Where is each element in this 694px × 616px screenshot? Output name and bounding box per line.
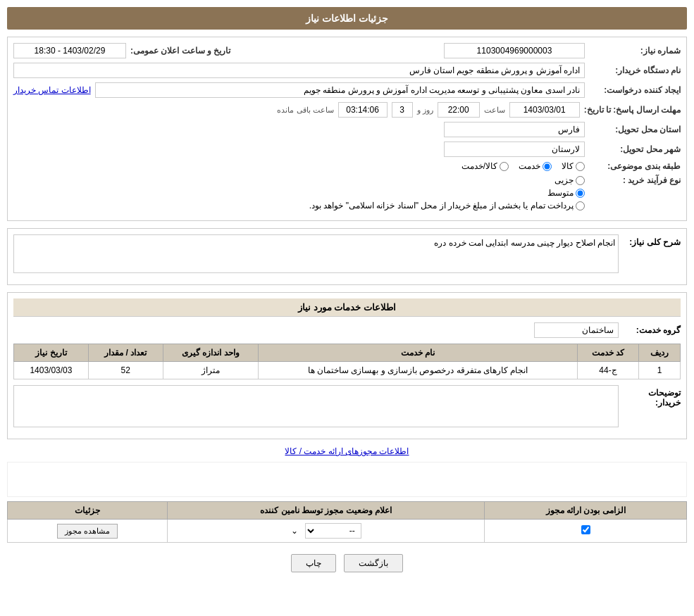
license-link[interactable]: اطلاعات مجوزهای ارائه خدمت / کالا: [7, 446, 687, 456]
announce-date-value: 1403/02/29 - 18:30: [13, 43, 126, 58]
page-title: جزئیات اطلاعات نیاز: [7, 7, 687, 30]
category-label-khedmat: خدمت: [519, 161, 540, 171]
services-table: ردیف کد خدمت نام خدمت واحد اندازه گیری ت…: [13, 344, 681, 379]
group-label: گروه خدمت:: [624, 325, 681, 335]
cell-name: انجام کارهای متفرقه درخصوص بازسازی و بهس…: [259, 362, 578, 379]
cell-unit: متراژ: [163, 362, 259, 379]
buyer-notes-label: توضیحات خریدار:: [624, 385, 681, 427]
category-label: طبقه بندی موضوعی:: [589, 161, 681, 171]
need-number-label: شماره نیاز:: [589, 46, 681, 56]
category-label-kala-khedmat: کالا/خدمت: [461, 161, 497, 171]
cell-details: مشاهده مجوز: [8, 520, 168, 543]
button-container: بازگشت چاپ: [7, 554, 687, 572]
purchase-type-mutawaset: متوسط: [309, 188, 585, 198]
back-button[interactable]: بازگشت: [344, 554, 403, 572]
purchase-type-esnad: پرداخت تمام یا بخشی از مبلغ خریدار از مح…: [309, 201, 585, 210]
col-unit: واحد اندازه گیری: [163, 344, 259, 362]
col-quantity: تعداد / مقدار: [88, 344, 163, 362]
city-value: لارستان: [444, 142, 585, 157]
category-radio-group: کالا خدمت کالا/خدمت: [461, 161, 585, 171]
description-label: شرح کلی نیاز:: [624, 234, 681, 273]
cell-status: -- ⌄: [168, 520, 485, 543]
need-number-row: شماره نیاز: 1103004969000003 تاریخ و ساع…: [13, 43, 681, 58]
province-label: استان محل تحویل:: [589, 125, 681, 134]
table-row: 1 ج-44 انجام کارهای متفرقه درخصوص بازساز…: [14, 362, 681, 379]
col-name: نام خدمت: [259, 344, 578, 362]
page-title-text: جزئیات اطلاعات نیاز: [306, 13, 388, 24]
creator-label: ایجاد کننده درخواست:: [589, 85, 681, 95]
buyer-notes-row: توضیحات خریدار:: [13, 385, 681, 427]
table-row: -- ⌄ مشاهده مجوز: [8, 520, 687, 543]
purchase-type-options: جزیی متوسط پرداخت تمام یا بخشی از مبلغ خ…: [309, 175, 585, 210]
category-row: طبقه بندی موضوعی: کالا خدمت کالا/خدمت: [13, 161, 681, 171]
required-checkbox[interactable]: [581, 525, 590, 534]
category-option-khedmat: خدمت: [519, 161, 552, 171]
response-days-label: روز و: [417, 106, 433, 115]
purchase-radio-mutawaset[interactable]: [576, 189, 585, 198]
group-row: گروه خدمت: ساختمان: [13, 322, 681, 338]
col-row: ردیف: [638, 344, 680, 362]
city-row: شهر محل تحویل: لارستان: [13, 142, 681, 157]
category-radio-kala-khedmat[interactable]: [500, 162, 509, 171]
col-details: جزئیات: [8, 502, 168, 520]
view-license-button[interactable]: مشاهده مجوز: [57, 524, 118, 539]
buyer-label: نام دستگاه خریدار:: [589, 65, 681, 75]
announce-date-label: تاریخ و ساعت اعلان عمومی:: [130, 46, 230, 56]
city-label: شهر محل تحویل:: [589, 144, 681, 154]
province-row: استان محل تحویل: فارس: [13, 122, 681, 137]
buyer-row: نام دستگاه خریدار: اداره آموزش و پرورش م…: [13, 63, 681, 78]
description-inner: شرح کلی نیاز: انجام اصلاح دیوار چینی مدر…: [13, 234, 681, 273]
creator-value: نادر اسدی معاون پشتیبانی و توسعه مدیریت …: [95, 82, 585, 98]
description-value: انجام اصلاح دیوار چینی مدرسه ابتدایی امت…: [13, 234, 619, 273]
cell-row: 1: [638, 362, 680, 379]
group-value: ساختمان: [534, 322, 619, 338]
response-date-row: مهلت ارسال پاسخ: تا تاریخ: 1403/03/01 سا…: [13, 102, 681, 118]
license-table: الزامی بودن ارائه مجوز اعلام وضعیت مجوز …: [7, 501, 687, 543]
response-time-value: 22:00: [438, 102, 480, 118]
category-option-kala-khedmat: کالا/خدمت: [461, 161, 509, 171]
cell-quantity: 52: [88, 362, 163, 379]
response-remaining-label: ساعت باقی مانده: [277, 106, 333, 115]
buyer-notes-textarea[interactable]: [13, 385, 619, 427]
purchase-type-label: نوع فرآیند خرید :: [589, 175, 681, 185]
purchase-type-row: نوع فرآیند خرید : جزیی متوسط پرداخت تمام…: [13, 175, 681, 210]
purchase-type-jozi: جزیی: [309, 175, 585, 185]
services-section: اطلاعات خدمات مورد نیاز گروه خدمت: ساختم…: [7, 292, 687, 439]
col-required: الزامی بودن ارائه مجوز: [485, 502, 687, 520]
category-radio-khedmat[interactable]: [543, 162, 552, 171]
need-number-value: 1103004969000003: [444, 43, 585, 58]
buyer-value: اداره آموزش و پرورش منطقه جویم استان فار…: [13, 63, 585, 78]
category-radio-kala[interactable]: [576, 162, 585, 171]
purchase-label-jozi: جزیی: [554, 175, 574, 185]
status-select[interactable]: --: [305, 523, 361, 539]
description-section: شرح کلی نیاز: انجام اصلاح دیوار چینی مدر…: [7, 228, 687, 285]
license-section: اطلاعات مجوزهای ارائه خدمت / کالا الزامی…: [7, 446, 687, 543]
response-remaining-value: 03:14:06: [338, 102, 388, 118]
print-button[interactable]: چاپ: [291, 554, 336, 572]
creator-row: ایجاد کننده درخواست: نادر اسدی معاون پشت…: [13, 82, 681, 98]
cell-code: ج-44: [577, 362, 638, 379]
cell-date: 1403/03/03: [14, 362, 89, 379]
purchase-radio-jozi[interactable]: [576, 176, 585, 185]
province-value: فارس: [444, 122, 585, 137]
services-title: اطلاعات خدمات مورد نیاز: [13, 298, 681, 317]
col-date: تاریخ نیاز: [14, 344, 89, 362]
response-days-value: 3: [392, 102, 413, 118]
response-date-label: مهلت ارسال پاسخ: تا تاریخ:: [584, 105, 681, 115]
col-code: کد خدمت: [577, 344, 638, 362]
main-info-section: شماره نیاز: 1103004969000003 تاریخ و ساع…: [7, 37, 687, 221]
response-date-value: 1403/03/01: [509, 102, 580, 118]
purchase-radio-esnad[interactable]: [576, 201, 585, 210]
creator-contact-link[interactable]: اطلاعات تماس خریدار: [13, 85, 91, 95]
purchase-label-esnad: پرداخت تمام یا بخشی از مبلغ خریدار از مح…: [309, 201, 574, 210]
response-time-label: ساعت: [484, 106, 505, 115]
category-label-kala: کالا: [562, 161, 574, 171]
purchase-label-mutawaset: متوسط: [547, 188, 574, 198]
category-option-kala: کالا: [562, 161, 585, 171]
page-container: جزئیات اطلاعات نیاز شماره نیاز: 11030049…: [0, 0, 694, 616]
license-spacer: [7, 462, 687, 497]
cell-required: [485, 520, 687, 543]
col-status: اعلام وضعیت مجوز توسط نامین کننده: [168, 502, 485, 520]
